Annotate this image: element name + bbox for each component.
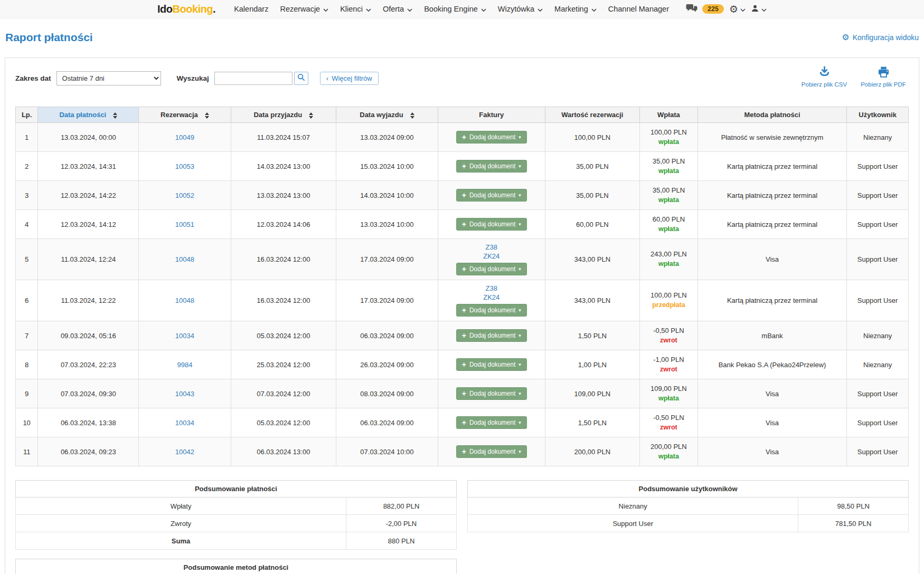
cell-arrival: 13.03.2024 13:00 xyxy=(231,181,336,210)
cell-user: Support User xyxy=(847,210,909,239)
search-label: Wyszukaj xyxy=(177,74,209,82)
reservation-link[interactable]: 10034 xyxy=(175,332,194,340)
cell-payment-date: 11.03.2024, 12:24 xyxy=(38,239,139,280)
reservation-link[interactable]: 10043 xyxy=(175,390,194,398)
nav-item-oferta[interactable]: Oferta xyxy=(377,5,418,13)
reservation-link[interactable]: 10048 xyxy=(175,255,194,263)
payment-status: wpłata xyxy=(642,259,695,269)
column-header-label: Lp. xyxy=(22,111,32,119)
column-header-data-wyjazdu[interactable]: Data wyjazdu xyxy=(336,107,438,123)
invoice-link[interactable]: ZK24 xyxy=(440,293,543,301)
reservation-link[interactable]: 10053 xyxy=(175,162,194,170)
user-menu[interactable] xyxy=(751,4,767,14)
nav-item-booking-engine[interactable]: Booking Engine xyxy=(418,5,492,13)
chat-icon xyxy=(685,4,698,14)
payment-amount: 243,00 PLN xyxy=(642,250,695,259)
gear-icon: ⚙ xyxy=(729,4,738,14)
add-document-button[interactable]: +Dodaj dokument▾ xyxy=(456,358,527,371)
download-csv-button[interactable]: Pobierz plik CSV xyxy=(799,65,850,88)
download-pdf-button[interactable]: Pobierz plik PDF xyxy=(858,65,909,88)
search-button[interactable] xyxy=(294,72,308,85)
cell-payment-date: 06.03.2024, 13:38 xyxy=(38,408,139,437)
cell-payment: 243,00 PLNwpłata xyxy=(639,239,697,280)
cell-invoices: Z38ZK24+Dodaj dokument▾ xyxy=(438,280,545,321)
invoice-link[interactable]: ZK24 xyxy=(440,252,543,260)
nav-item-marketing[interactable]: Marketing xyxy=(549,5,602,13)
nav-item-klienci[interactable]: Klienci xyxy=(334,5,377,13)
add-document-button[interactable]: +Dodaj dokument▾ xyxy=(456,263,527,275)
column-header-lp: Lp. xyxy=(16,107,38,123)
cell-payment-date: 13.03.2024, 00:00 xyxy=(38,123,139,152)
cell-payment-date: 06.03.2024, 09:23 xyxy=(38,437,139,466)
reservation-link[interactable]: 10051 xyxy=(175,221,194,228)
add-document-button[interactable]: +Dodaj dokument▾ xyxy=(456,304,527,317)
cell-reservation: 10048 xyxy=(139,239,231,280)
cell-invoices: +Dodaj dokument▾ xyxy=(438,181,545,210)
chevron-down-icon xyxy=(366,5,371,13)
summary-label: Suma xyxy=(16,532,346,550)
more-filters-button[interactable]: ‹ Więcej filtrów xyxy=(320,72,379,85)
nav-item-kalendarz[interactable]: Kalendarz xyxy=(228,5,274,13)
cell-departure: 06.03.2024 09:00 xyxy=(336,321,438,350)
add-document-button[interactable]: +Dodaj dokument▾ xyxy=(456,218,527,231)
add-document-button[interactable]: +Dodaj dokument▾ xyxy=(456,445,527,458)
add-document-button[interactable]: +Dodaj dokument▾ xyxy=(456,387,527,400)
column-header-faktury: Faktury xyxy=(438,107,545,123)
cell-invoices: +Dodaj dokument▾ xyxy=(438,437,545,466)
column-header-rezerwacja[interactable]: Rezerwacja xyxy=(139,107,231,123)
cell-departure: 14.03.2024 10:00 xyxy=(336,181,438,210)
cell-payment-method: Kartą płatniczą przez terminal xyxy=(697,152,846,181)
cell-lp: 4 xyxy=(16,210,38,239)
invoice-link[interactable]: Z38 xyxy=(440,284,543,292)
reservation-link[interactable]: 10034 xyxy=(175,419,194,427)
settings-menu[interactable]: ⚙ xyxy=(729,4,746,14)
column-header-label: Wartość rezerwacji xyxy=(561,111,623,119)
report-panel: Zakres dat Ostatnie 7 dni Wyszukaj ‹ Wię… xyxy=(5,58,919,574)
date-range-select[interactable]: Ostatnie 7 dni xyxy=(56,71,161,85)
search-input[interactable] xyxy=(214,72,293,85)
add-document-button[interactable]: +Dodaj dokument▾ xyxy=(456,329,527,342)
caret-down-icon: ▾ xyxy=(518,333,521,338)
summary-row: Suma880 PLN xyxy=(16,532,457,550)
reservation-link[interactable]: 10049 xyxy=(175,133,194,141)
summary-header-row: Podsumowanie metod płatności xyxy=(16,559,457,574)
cell-reservation: 10034 xyxy=(139,321,231,350)
add-document-button[interactable]: +Dodaj dokument▾ xyxy=(456,131,527,144)
column-header-data-p-atno-ci[interactable]: Data płatności xyxy=(38,107,139,123)
cell-user: Support User xyxy=(847,437,909,466)
column-header-label: Data wyjazdu xyxy=(360,111,403,119)
reservation-link[interactable]: 9984 xyxy=(177,361,192,369)
summary-value: 781,50 PLN xyxy=(798,515,909,532)
idobooking-logo[interactable]: IdoBooking. xyxy=(157,3,215,15)
cell-invoices: +Dodaj dokument▾ xyxy=(438,210,545,239)
cell-payment: 200,00 PLNwpłata xyxy=(639,437,697,466)
add-document-button[interactable]: +Dodaj dokument▾ xyxy=(456,160,527,173)
nav-item-label: Wizytówka xyxy=(498,5,534,13)
messages-button[interactable]: 225 xyxy=(685,4,724,14)
view-configuration-link[interactable]: ⚙ Konfiguracja widoku xyxy=(842,33,919,42)
caret-down-icon: ▾ xyxy=(518,267,521,272)
add-document-button[interactable]: +Dodaj dokument▾ xyxy=(456,416,527,429)
cell-arrival: 07.03.2024 12:00 xyxy=(231,379,336,408)
cell-lp: 8 xyxy=(16,350,38,379)
payment-amount: 35,00 PLN xyxy=(642,157,695,166)
summary-value: -2,00 PLN xyxy=(346,515,457,532)
reservation-link[interactable]: 10042 xyxy=(175,448,194,456)
reservation-link[interactable]: 10048 xyxy=(175,296,194,304)
plus-icon: + xyxy=(462,448,466,455)
summary-row: Nieznany98,50 PLN xyxy=(468,498,909,515)
reservation-link[interactable]: 10052 xyxy=(175,192,194,199)
cell-departure: 17.03.2024 09:00 xyxy=(336,280,438,321)
nav-item-rezerwacje[interactable]: Rezerwacje xyxy=(274,5,334,13)
payments-table-head: Lp.Data płatnościRezerwacjaData przyjazd… xyxy=(16,107,909,123)
nav-item-wizyt-wka[interactable]: Wizytówka xyxy=(492,5,549,13)
printer-icon xyxy=(877,65,890,80)
cell-payment: 100,00 PLNprzedpłata xyxy=(639,280,697,321)
nav-item-channel-manager[interactable]: Channel Manager xyxy=(602,5,675,13)
column-header-u-ytkownik: Użytkownik xyxy=(847,107,909,123)
invoice-link[interactable]: Z38 xyxy=(440,243,543,251)
summary-row: Zwroty-2,00 PLN xyxy=(16,515,457,532)
column-header-data-przyjazdu[interactable]: Data przyjazdu xyxy=(231,107,336,123)
add-document-button[interactable]: +Dodaj dokument▾ xyxy=(456,189,527,202)
messages-count-badge[interactable]: 225 xyxy=(702,4,724,14)
